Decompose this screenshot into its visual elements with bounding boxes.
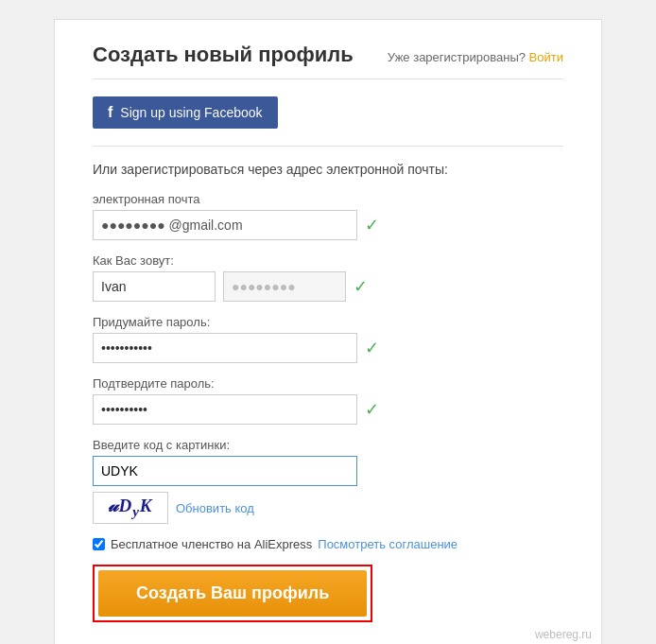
already-registered-text: Уже зарегистрированы? Войти xyxy=(388,50,563,64)
captcha-image-text: 𝓊DyK xyxy=(108,496,152,520)
password-label: Придумайте пароль: xyxy=(93,315,563,329)
agreement-link[interactable]: Посмотреть соглашение xyxy=(318,537,457,551)
password-check-icon: ✓ xyxy=(365,338,379,358)
name-label: Как Вас зовут: xyxy=(93,253,563,268)
email-label: электронная почта xyxy=(93,192,563,206)
confirm-password-label: Подтвердите пароль: xyxy=(93,376,563,391)
already-registered-label: Уже зарегистрированы? xyxy=(388,50,526,64)
submit-button-wrapper: Создать Ваш профиль xyxy=(93,565,372,622)
name-check-icon: ✓ xyxy=(354,276,368,297)
captcha-image: 𝓊DyK xyxy=(93,492,168,524)
captcha-group: Введите код с картинки: 𝓊DyK Обновить ко… xyxy=(93,438,563,524)
page-header: Создать новый профиль Уже зарегистрирова… xyxy=(93,43,563,79)
agreement-row: Бесплатное членство на AliExpress Посмот… xyxy=(93,537,563,551)
first-name-input[interactable] xyxy=(93,271,216,302)
facebook-icon: f xyxy=(108,104,112,121)
signup-container: Создать новый профиль Уже зарегистрирова… xyxy=(54,19,602,644)
password-input[interactable] xyxy=(93,333,357,363)
login-link[interactable]: Войти xyxy=(529,50,563,64)
email-group: электронная почта ✓ xyxy=(93,192,563,240)
captcha-refresh-link[interactable]: Обновить код xyxy=(176,501,254,515)
email-input-row: ✓ xyxy=(93,210,563,240)
password-input-row: ✓ xyxy=(93,333,563,363)
confirm-password-group: Подтвердите пароль: ✓ xyxy=(93,376,563,425)
password-group: Придумайте пароль: ✓ xyxy=(93,315,563,363)
facebook-signup-button[interactable]: f Sign up using Facebook xyxy=(93,96,278,129)
facebook-button-label: Sign up using Facebook xyxy=(120,105,262,120)
captcha-input[interactable] xyxy=(93,456,357,486)
confirm-password-input-row: ✓ xyxy=(93,394,563,425)
divider-text: Или зарегистрироваться через адрес элект… xyxy=(93,146,563,177)
email-input[interactable] xyxy=(93,210,357,240)
page-title: Создать новый профиль xyxy=(93,43,354,67)
name-group: Как Вас зовут: ✓ xyxy=(93,253,563,302)
agreement-text: Бесплатное членство на AliExpress xyxy=(111,537,312,551)
captcha-image-row: 𝓊DyK Обновить код xyxy=(93,492,563,524)
confirm-password-input[interactable] xyxy=(93,394,357,425)
email-check-icon: ✓ xyxy=(365,215,379,235)
last-name-input[interactable] xyxy=(223,271,346,302)
captcha-label: Введите код с картинки: xyxy=(93,438,563,452)
watermark: webereg.ru xyxy=(535,628,592,641)
name-input-row: ✓ xyxy=(93,271,563,302)
confirm-password-check-icon: ✓ xyxy=(365,399,379,420)
submit-button[interactable]: Создать Ваш профиль xyxy=(98,570,367,617)
agreement-checkbox[interactable] xyxy=(93,538,105,550)
captcha-input-row xyxy=(93,456,563,486)
